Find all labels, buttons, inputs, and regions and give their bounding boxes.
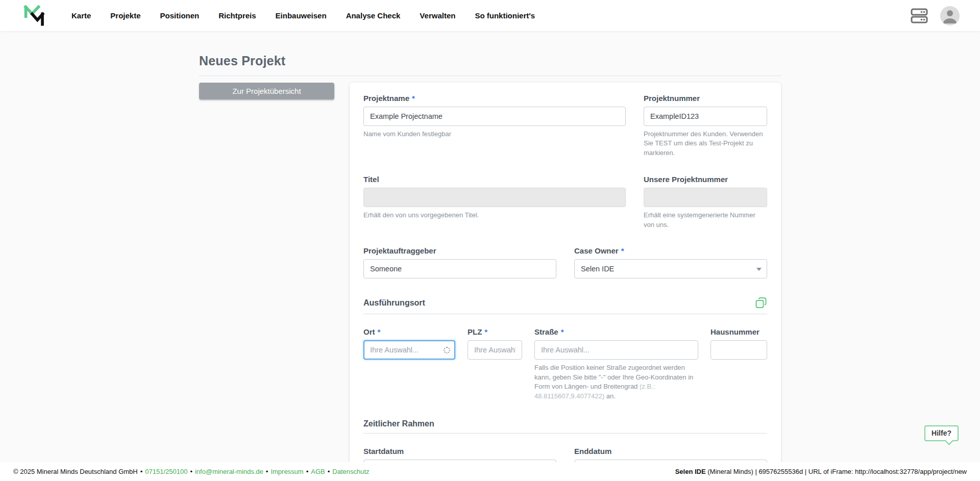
chevron-down-icon	[756, 268, 762, 271]
main-content: Neues Projekt Zur Projektübersicht Proje…	[199, 31, 781, 481]
field-projektnummer: Projektnummer Projektnummer des Kunden. …	[644, 94, 767, 158]
strasse-hint: Falls die Position keiner Straße zugeord…	[534, 363, 698, 401]
field-case-owner: Case Owner * Selen IDE	[574, 246, 767, 279]
projektnummer-hint: Projektnummer des Kunden. Verwenden Sie …	[644, 130, 767, 158]
nav-verwalten[interactable]: Verwalten	[420, 11, 455, 20]
user-avatar[interactable]	[940, 6, 960, 26]
project-form-card: Projektname * Name vom Kunden festlegbar…	[350, 83, 781, 481]
titel-hint: Erhält den von uns vorgegebenen Titel.	[363, 211, 626, 220]
required-asterisk: *	[621, 246, 624, 255]
hausnummer-label: Hausnummer	[710, 327, 760, 336]
field-hausnummer: Hausnummer	[710, 327, 767, 401]
projektauftraggeber-input[interactable]	[363, 259, 556, 279]
footer-link-email[interactable]: info@mineral-minds.de	[195, 468, 263, 475]
back-to-projects-button[interactable]: Zur Projektübersicht	[199, 83, 334, 99]
projektnummer-label: Projektnummer	[644, 94, 700, 103]
field-plz: PLZ *	[468, 327, 522, 401]
footer-separator: •	[266, 468, 268, 475]
strasse-label: Straße	[534, 327, 558, 336]
nav-einbauweisen[interactable]: Einbauweisen	[276, 11, 327, 20]
field-titel: Titel Erhält den von uns vorgegebenen Ti…	[363, 175, 626, 230]
enddatum-label: Enddatum	[574, 447, 611, 455]
plz-input[interactable]	[468, 340, 522, 360]
footer-session-info: Selen IDE (Mineral Minds) | 69576255536d…	[675, 468, 967, 475]
strasse-input[interactable]	[534, 340, 698, 360]
section-divider	[363, 433, 767, 434]
required-asterisk: *	[484, 327, 487, 336]
field-ort: Ort *	[363, 327, 455, 401]
case-owner-value: Selen IDE	[581, 265, 614, 273]
footer-link-datenschutz[interactable]: Datenschutz	[332, 468, 369, 475]
field-projektauftraggeber: Projektauftraggeber	[363, 246, 556, 279]
section-divider	[363, 314, 767, 314]
projektname-label: Projektname	[363, 94, 409, 103]
startdatum-label: Startdatum	[363, 447, 404, 455]
titel-label: Titel	[363, 175, 379, 184]
footer-separator: •	[190, 468, 192, 475]
title-divider	[199, 75, 781, 76]
nav-positionen[interactable]: Positionen	[160, 11, 200, 20]
case-owner-label: Case Owner	[574, 246, 619, 255]
unsere-projektnummer-input	[644, 188, 767, 207]
field-unsere-projektnummer: Unsere Projektnummer Erhält eine systemg…	[644, 175, 767, 230]
plz-label: PLZ	[468, 327, 482, 336]
projektauftraggeber-label: Projektauftraggeber	[363, 246, 436, 255]
section-ausfuehrungsort: Ausführungsort	[363, 298, 425, 308]
app-header: Karte Projekte Positionen Richtpreis Ein…	[0, 0, 980, 31]
footer-separator: •	[306, 468, 309, 475]
main-nav: Karte Projekte Positionen Richtpreis Ein…	[71, 11, 535, 20]
nav-karte[interactable]: Karte	[71, 11, 91, 20]
unsere-projektnummer-hint: Erhält eine systemgenerierte Nummer von …	[644, 211, 767, 230]
footer-separator: •	[140, 468, 143, 475]
header-actions	[911, 6, 960, 26]
required-asterisk: *	[412, 94, 415, 103]
projektnummer-input[interactable]	[644, 107, 767, 126]
page-title: Neues Projekt	[199, 54, 781, 68]
ort-label: Ort	[363, 327, 375, 336]
hausnummer-input[interactable]	[710, 340, 767, 360]
field-projektname: Projektname * Name vom Kunden festlegbar	[363, 94, 626, 158]
projektname-hint: Name vom Kunden festlegbar	[363, 130, 626, 139]
nav-richtpreis[interactable]: Richtpreis	[218, 11, 256, 20]
unsere-projektnummer-label: Unsere Projektnummer	[644, 175, 728, 184]
projektname-input[interactable]	[363, 107, 626, 126]
server-icon[interactable]	[911, 8, 928, 24]
section-zeitlicher-rahmen: Zeitlicher Rahmen	[363, 419, 434, 428]
field-strasse: Straße * Falls die Position keiner Straß…	[534, 327, 698, 401]
ort-input[interactable]	[363, 340, 455, 360]
footer-copyright: © 2025 Mineral Minds Deutschland GmbH	[13, 468, 138, 475]
footer-link-agb[interactable]: AGB	[311, 468, 325, 475]
footer-separator: •	[328, 468, 330, 475]
nav-so-funktionierts[interactable]: So funktioniert's	[475, 11, 535, 20]
case-owner-select[interactable]: Selen IDE	[574, 259, 767, 279]
required-asterisk: *	[561, 327, 564, 336]
copy-icon[interactable]	[755, 297, 767, 309]
titel-input	[363, 188, 626, 207]
left-column: Zur Projektübersicht	[199, 83, 334, 99]
help-button[interactable]: Hilfe?	[924, 425, 959, 441]
required-asterisk: *	[378, 327, 381, 336]
footer-link-phone[interactable]: 07151/250100	[145, 468, 187, 475]
user-icon	[940, 6, 960, 26]
nav-analyse-check[interactable]: Analyse Check	[346, 11, 401, 20]
nav-projekte[interactable]: Projekte	[110, 11, 140, 20]
mineral-minds-logo[interactable]	[20, 3, 47, 29]
footer: © 2025 Mineral Minds Deutschland GmbH • …	[0, 462, 980, 481]
footer-link-impressum[interactable]: Impressum	[271, 468, 303, 475]
